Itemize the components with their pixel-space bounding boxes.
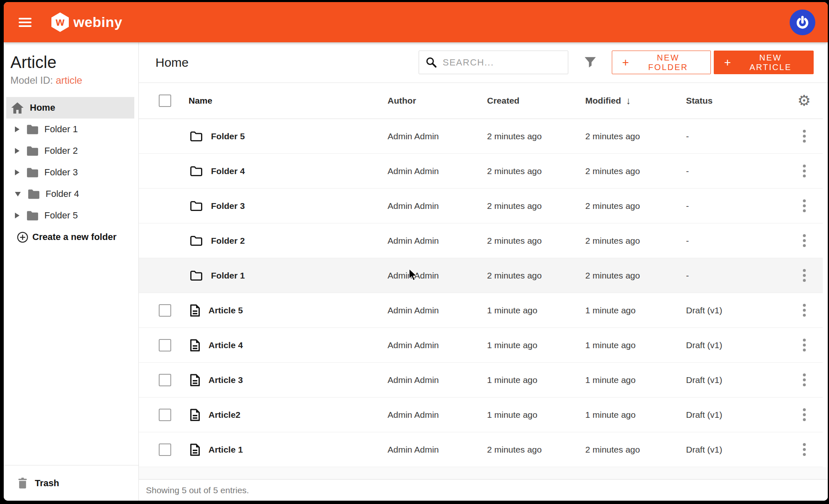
column-header-created[interactable]: Created [487,96,585,106]
kebab-menu-button[interactable] [799,196,810,216]
kebab-menu-button[interactable] [799,440,810,460]
search-box [419,51,568,74]
sidebar-folder-3[interactable]: Folder 3 [6,162,134,183]
sidebar-folder-5[interactable]: Folder 5 [6,205,134,226]
document-icon [190,443,200,456]
user-avatar[interactable] [790,10,815,35]
folder-icon [190,131,203,142]
search-input[interactable] [443,57,562,68]
app-bar: w webiny [4,2,828,42]
table-row[interactable]: Folder 4 Admin Admin 2 minutes ago 2 min… [139,154,823,189]
row-checkbox[interactable] [159,374,171,386]
sidebar-folder-1[interactable]: Folder 1 [6,119,134,140]
folder-icon [190,166,203,177]
entries-table: Name Author Created Modified ↓ Status ⚙ [139,83,823,467]
kebab-menu-button[interactable] [799,231,810,251]
hamburger-menu-icon[interactable] [19,16,32,29]
filter-button[interactable] [584,57,596,68]
folder-icon [27,189,40,200]
search-icon [426,57,437,68]
content-toolbar: Home + NEW FOLDER [139,42,828,83]
sidebar-folder-4[interactable]: Folder 4 [6,183,134,205]
create-new-folder-button[interactable]: Create a new folder [6,226,134,248]
kebab-menu-button[interactable] [799,370,810,390]
chevron-right-icon[interactable] [15,170,19,175]
plus-icon: + [724,57,732,68]
table-row[interactable]: Folder 1 Admin Admin 2 minutes ago 2 min… [139,258,823,293]
folder-icon [26,124,39,135]
table-row[interactable]: Folder 2 Admin Admin 2 minutes ago 2 min… [139,223,823,258]
model-title: Article [10,52,133,72]
kebab-menu-button[interactable] [799,161,810,181]
chevron-right-icon[interactable] [15,148,19,154]
table-row[interactable]: Article 5 Admin Admin 1 minute ago 1 min… [139,293,823,328]
table-row[interactable]: Article2 Admin Admin 1 minute ago 1 minu… [139,397,823,432]
power-icon [795,15,810,29]
entries-summary: Showing 5 out of 5 entries. [146,485,249,495]
table-row[interactable]: Article 1 Admin Admin 2 minutes ago 2 mi… [139,432,823,467]
webiny-logo-icon[interactable]: w [51,12,69,32]
column-header-modified[interactable]: Modified ↓ [585,95,686,107]
circle-plus-icon [17,232,28,243]
sort-desc-icon: ↓ [626,95,631,107]
row-checkbox[interactable] [159,339,171,351]
new-article-button[interactable]: + NEW ARTICLE [714,51,814,74]
sidebar-item-trash[interactable]: Trash [4,465,138,501]
filter-funnel-icon [584,57,596,68]
folder-icon [26,167,39,178]
folder-icon [26,210,39,221]
model-id: Model ID: article [10,75,133,86]
table-footer: Showing 5 out of 5 entries. [139,479,828,501]
folder-icon [190,270,203,281]
document-icon [190,409,200,421]
column-header-status[interactable]: Status [686,96,785,106]
document-icon [190,304,200,317]
document-icon [190,374,200,386]
kebab-menu-button[interactable] [799,405,810,425]
plus-icon: + [622,57,630,68]
sidebar-folder-2[interactable]: Folder 2 [6,140,134,162]
chevron-down-icon[interactable] [15,192,21,196]
folder-tree: Home Folder 1 Folder 2 [4,97,138,248]
table-header-row: Name Author Created Modified ↓ Status ⚙ [139,83,823,119]
table-row[interactable]: Article 4 Admin Admin 1 minute ago 1 min… [139,328,823,363]
gear-icon[interactable]: ⚙ [797,93,811,108]
select-all-checkbox[interactable] [159,94,171,107]
new-folder-button[interactable]: + NEW FOLDER [612,51,711,74]
row-checkbox[interactable] [159,409,171,421]
kebab-menu-button[interactable] [799,335,810,355]
chevron-right-icon[interactable] [15,213,19,218]
trash-icon [17,477,28,489]
kebab-menu-button[interactable] [799,126,810,146]
table-row[interactable]: Article 3 Admin Admin 1 minute ago 1 min… [139,363,823,397]
folder-icon [190,201,203,211]
sidebar: Article Model ID: article Home [4,42,139,501]
sidebar-item-home[interactable]: Home [6,97,134,119]
column-header-name[interactable]: Name [189,96,388,106]
chevron-right-icon[interactable] [15,126,19,132]
row-checkbox[interactable] [159,443,171,456]
row-checkbox[interactable] [159,304,171,317]
column-header-author[interactable]: Author [388,96,487,106]
kebab-menu-button[interactable] [799,300,810,320]
kebab-menu-button[interactable] [799,266,810,286]
main-content: Home + NEW FOLDER [139,42,828,501]
webiny-wordmark: webiny [73,14,122,30]
app-window: w webiny Article Model ID: article [4,2,828,501]
document-icon [190,339,200,351]
page-title: Home [155,56,189,70]
model-id-value: article [56,75,82,86]
folder-icon [26,145,39,157]
folder-icon [190,235,203,246]
table-row[interactable]: Folder 5 Admin Admin 2 minutes ago 2 min… [139,119,823,154]
home-icon [11,102,24,114]
table-row[interactable]: Folder 3 Admin Admin 2 minutes ago 2 min… [139,189,823,223]
